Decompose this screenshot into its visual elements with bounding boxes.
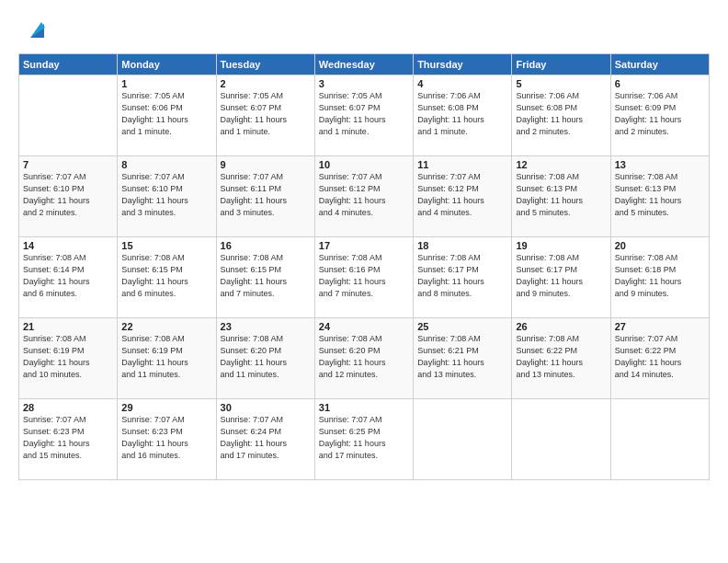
calendar-header-sunday: Sunday [19, 54, 118, 75]
calendar-cell: 29Sunrise: 7:07 AM Sunset: 6:23 PM Dayli… [118, 399, 216, 480]
calendar-cell: 23Sunrise: 7:08 AM Sunset: 6:20 PM Dayli… [216, 318, 314, 399]
day-number: 4 [417, 78, 507, 89]
day-number: 10 [319, 159, 409, 170]
calendar-cell: 3Sunrise: 7:05 AM Sunset: 6:07 PM Daylig… [314, 75, 413, 156]
calendar-cell: 26Sunrise: 7:08 AM Sunset: 6:22 PM Dayli… [512, 318, 610, 399]
day-info: Sunrise: 7:06 AM Sunset: 6:09 PM Dayligh… [615, 90, 705, 138]
day-number: 24 [319, 321, 409, 332]
calendar-cell: 19Sunrise: 7:08 AM Sunset: 6:17 PM Dayli… [512, 237, 610, 318]
calendar-cell: 28Sunrise: 7:07 AM Sunset: 6:23 PM Dayli… [19, 399, 118, 480]
day-number: 26 [516, 321, 606, 332]
day-number: 19 [516, 240, 606, 251]
day-info: Sunrise: 7:07 AM Sunset: 6:23 PM Dayligh… [121, 414, 211, 462]
day-number: 29 [121, 402, 211, 413]
day-info: Sunrise: 7:08 AM Sunset: 6:20 PM Dayligh… [221, 333, 311, 381]
day-number: 20 [615, 240, 705, 251]
calendar-header-saturday: Saturday [610, 54, 709, 75]
calendar-cell: 22Sunrise: 7:08 AM Sunset: 6:19 PM Dayli… [118, 318, 216, 399]
day-number: 23 [221, 321, 311, 332]
calendar-header-monday: Monday [118, 54, 216, 75]
calendar-cell [610, 399, 709, 480]
day-number: 7 [23, 159, 113, 170]
calendar-header-friday: Friday [512, 54, 610, 75]
day-info: Sunrise: 7:08 AM Sunset: 6:13 PM Dayligh… [615, 171, 705, 219]
day-number: 13 [615, 159, 705, 170]
day-number: 8 [121, 159, 211, 170]
calendar-cell [414, 399, 512, 480]
calendar-header-row: SundayMondayTuesdayWednesdayThursdayFrid… [19, 54, 710, 75]
calendar-cell: 2Sunrise: 7:05 AM Sunset: 6:07 PM Daylig… [216, 75, 314, 156]
day-info: Sunrise: 7:05 AM Sunset: 6:07 PM Dayligh… [221, 90, 311, 138]
calendar-cell: 15Sunrise: 7:08 AM Sunset: 6:15 PM Dayli… [118, 237, 216, 318]
calendar-cell: 1Sunrise: 7:05 AM Sunset: 6:06 PM Daylig… [118, 75, 216, 156]
day-info: Sunrise: 7:08 AM Sunset: 6:17 PM Dayligh… [516, 252, 606, 300]
day-number: 30 [221, 402, 311, 413]
day-info: Sunrise: 7:08 AM Sunset: 6:22 PM Dayligh… [516, 333, 606, 381]
day-info: Sunrise: 7:07 AM Sunset: 6:23 PM Dayligh… [23, 414, 113, 462]
calendar-header-wednesday: Wednesday [314, 54, 413, 75]
calendar-cell: 25Sunrise: 7:08 AM Sunset: 6:21 PM Dayli… [414, 318, 512, 399]
day-info: Sunrise: 7:08 AM Sunset: 6:13 PM Dayligh… [516, 171, 606, 219]
calendar-cell: 6Sunrise: 7:06 AM Sunset: 6:09 PM Daylig… [610, 75, 709, 156]
day-info: Sunrise: 7:07 AM Sunset: 6:24 PM Dayligh… [221, 414, 311, 462]
calendar-cell: 30Sunrise: 7:07 AM Sunset: 6:24 PM Dayli… [216, 399, 314, 480]
day-info: Sunrise: 7:08 AM Sunset: 6:16 PM Dayligh… [319, 252, 409, 300]
calendar-cell: 7Sunrise: 7:07 AM Sunset: 6:10 PM Daylig… [19, 156, 118, 237]
calendar-cell: 11Sunrise: 7:07 AM Sunset: 6:12 PM Dayli… [414, 156, 512, 237]
day-info: Sunrise: 7:08 AM Sunset: 6:15 PM Dayligh… [221, 252, 311, 300]
calendar-cell: 31Sunrise: 7:07 AM Sunset: 6:25 PM Dayli… [314, 399, 413, 480]
day-number: 21 [23, 321, 113, 332]
calendar-week-1: 1Sunrise: 7:05 AM Sunset: 6:06 PM Daylig… [19, 75, 710, 156]
day-number: 16 [221, 240, 311, 251]
day-info: Sunrise: 7:08 AM Sunset: 6:15 PM Dayligh… [121, 252, 211, 300]
header [18, 15, 710, 46]
calendar-cell: 17Sunrise: 7:08 AM Sunset: 6:16 PM Dayli… [314, 237, 413, 318]
day-info: Sunrise: 7:07 AM Sunset: 6:12 PM Dayligh… [417, 171, 507, 219]
day-number: 5 [516, 78, 606, 89]
day-number: 2 [221, 78, 311, 89]
day-info: Sunrise: 7:05 AM Sunset: 6:07 PM Dayligh… [319, 90, 409, 138]
day-number: 6 [615, 78, 705, 89]
calendar-cell: 18Sunrise: 7:08 AM Sunset: 6:17 PM Dayli… [414, 237, 512, 318]
day-number: 1 [121, 78, 211, 89]
calendar-cell: 27Sunrise: 7:07 AM Sunset: 6:22 PM Dayli… [610, 318, 709, 399]
calendar-cell: 5Sunrise: 7:06 AM Sunset: 6:08 PM Daylig… [512, 75, 610, 156]
day-info: Sunrise: 7:08 AM Sunset: 6:20 PM Dayligh… [319, 333, 409, 381]
day-info: Sunrise: 7:08 AM Sunset: 6:19 PM Dayligh… [121, 333, 211, 381]
day-info: Sunrise: 7:07 AM Sunset: 6:12 PM Dayligh… [319, 171, 409, 219]
day-number: 17 [319, 240, 409, 251]
day-number: 9 [221, 159, 311, 170]
calendar-cell: 24Sunrise: 7:08 AM Sunset: 6:20 PM Dayli… [314, 318, 413, 399]
day-info: Sunrise: 7:08 AM Sunset: 6:14 PM Dayligh… [23, 252, 113, 300]
day-info: Sunrise: 7:06 AM Sunset: 6:08 PM Dayligh… [417, 90, 507, 138]
calendar-cell: 21Sunrise: 7:08 AM Sunset: 6:19 PM Dayli… [19, 318, 118, 399]
day-info: Sunrise: 7:07 AM Sunset: 6:25 PM Dayligh… [319, 414, 409, 462]
calendar-cell: 16Sunrise: 7:08 AM Sunset: 6:15 PM Dayli… [216, 237, 314, 318]
day-number: 3 [319, 78, 409, 89]
day-info: Sunrise: 7:07 AM Sunset: 6:10 PM Dayligh… [23, 171, 113, 219]
day-info: Sunrise: 7:08 AM Sunset: 6:21 PM Dayligh… [417, 333, 507, 381]
logo-icon [21, 15, 49, 46]
day-number: 31 [319, 402, 409, 413]
calendar-body: 1Sunrise: 7:05 AM Sunset: 6:06 PM Daylig… [19, 75, 710, 480]
calendar-cell: 13Sunrise: 7:08 AM Sunset: 6:13 PM Dayli… [610, 156, 709, 237]
day-number: 15 [121, 240, 211, 251]
calendar-header-tuesday: Tuesday [216, 54, 314, 75]
day-info: Sunrise: 7:08 AM Sunset: 6:17 PM Dayligh… [417, 252, 507, 300]
day-number: 28 [23, 402, 113, 413]
calendar-week-2: 7Sunrise: 7:07 AM Sunset: 6:10 PM Daylig… [19, 156, 710, 237]
day-number: 27 [615, 321, 705, 332]
calendar-week-3: 14Sunrise: 7:08 AM Sunset: 6:14 PM Dayli… [19, 237, 710, 318]
day-number: 14 [23, 240, 113, 251]
day-number: 12 [516, 159, 606, 170]
logo [18, 18, 49, 46]
day-number: 11 [417, 159, 507, 170]
page: SundayMondayTuesdayWednesdayThursdayFrid… [0, 0, 728, 563]
day-number: 25 [417, 321, 507, 332]
calendar-cell: 20Sunrise: 7:08 AM Sunset: 6:18 PM Dayli… [610, 237, 709, 318]
calendar: SundayMondayTuesdayWednesdayThursdayFrid… [18, 53, 710, 480]
calendar-cell [19, 75, 118, 156]
day-info: Sunrise: 7:07 AM Sunset: 6:22 PM Dayligh… [615, 333, 705, 381]
day-info: Sunrise: 7:07 AM Sunset: 6:11 PM Dayligh… [221, 171, 311, 219]
calendar-week-4: 21Sunrise: 7:08 AM Sunset: 6:19 PM Dayli… [19, 318, 710, 399]
